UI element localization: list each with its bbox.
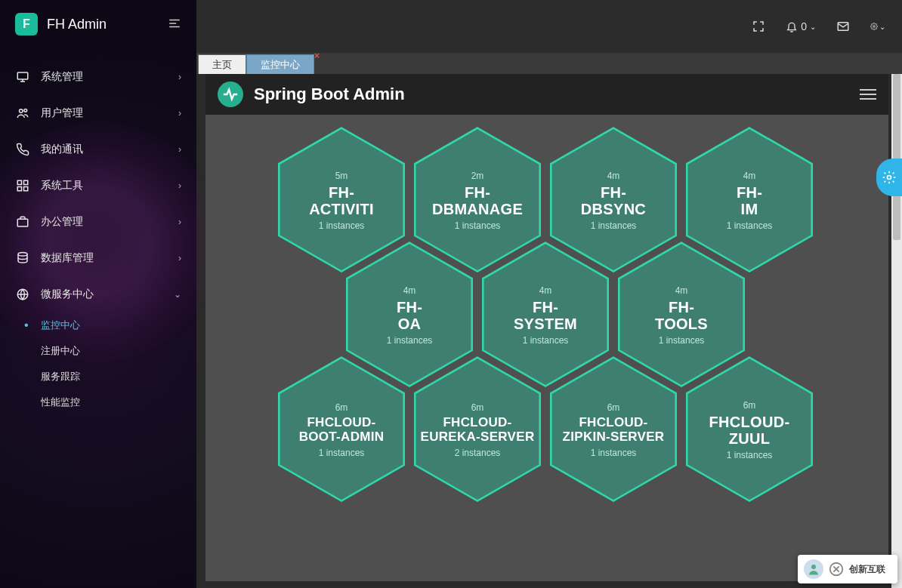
person-icon — [807, 562, 820, 576]
svg-rect-10 — [17, 187, 21, 191]
hex-grid: 5m FH-ACTIVITI 1 instances 2m FH-DBMANAG… — [205, 115, 888, 581]
svg-rect-3 — [17, 72, 28, 79]
tab-close-button[interactable]: × — [314, 51, 320, 61]
hex-uptime: 4m — [607, 171, 620, 181]
hex-uptime: 4m — [675, 285, 688, 296]
chevron-down-icon: ⌄ — [174, 289, 181, 300]
tab-label: 监控中心 — [261, 58, 300, 72]
hex-instances: 1 instances — [319, 448, 365, 458]
gear-icon — [882, 170, 897, 185]
sidebar-item-user-manage[interactable]: 用户管理 › — [0, 95, 196, 131]
sidebar-item-microservice-center[interactable]: 微服务中心 ⌄ — [0, 276, 196, 312]
sidebar-item-communication[interactable]: 我的通讯 › — [0, 131, 196, 168]
sidebar-sub-service-trace[interactable]: 服务跟踪 — [41, 364, 196, 389]
hex-instances: 1 instances — [523, 335, 569, 346]
hex-uptime: 5m — [335, 171, 348, 181]
sidebar-item-database-manage[interactable]: 数据库管理 › — [0, 240, 196, 276]
sidebar-item-label: 数据库管理 — [41, 251, 94, 265]
hex-instances: 1 instances — [659, 335, 705, 346]
bell-icon — [786, 20, 798, 32]
side-settings-tab[interactable] — [876, 159, 902, 196]
sidebar-item-label: 办公管理 — [41, 215, 83, 229]
hex-service-name: FHCLOUD-ZUUL — [709, 414, 790, 447]
hex-uptime: 4m — [403, 285, 416, 296]
hex-instances: 1 instances — [455, 220, 501, 231]
svg-point-30 — [811, 565, 816, 569]
svg-rect-11 — [24, 187, 28, 191]
monitor-icon — [15, 69, 30, 85]
sidebar-sub-label: 服务跟踪 — [41, 370, 80, 383]
tab-monitor-center[interactable]: 监控中心 × — [246, 54, 314, 74]
scrollbar-thumb[interactable] — [893, 74, 900, 240]
vertical-scrollbar[interactable] — [891, 74, 902, 588]
sidebar-item-label: 系统管理 — [41, 70, 83, 84]
globe-icon — [15, 287, 30, 302]
spring-boot-admin-header: Spring Boot Admin — [205, 74, 888, 115]
hex-instances: 1 instances — [387, 335, 433, 346]
hex-uptime: 6m — [471, 402, 484, 413]
svg-point-7 — [24, 109, 27, 112]
hex-uptime: 4m — [539, 285, 552, 296]
sidebar-nav: 系统管理 › 用户管理 › 我的通讯 › 系统工具 › 办公管理 › 数据库管理… — [0, 48, 196, 415]
brand-mark-icon — [828, 561, 845, 577]
sidebar-sub-monitor-center[interactable]: 监控中心 — [41, 312, 196, 338]
chevron-right-icon: › — [178, 144, 181, 155]
sidebar-item-system-manage[interactable]: 系统管理 › — [0, 59, 196, 95]
tab-strip: 主页 监控中心 × — [196, 53, 902, 74]
users-icon — [15, 106, 30, 121]
grid-icon — [15, 178, 30, 193]
hex-label: 6m FHCLOUD-BOOT-ADMIN 1 instances — [275, 355, 408, 506]
hex-instances: 1 instances — [591, 448, 637, 458]
hex-service-name: FH-SYSTEM — [514, 299, 577, 332]
vendor-name: 创新互联 — [849, 563, 885, 576]
svg-rect-12 — [17, 219, 28, 226]
database-icon — [15, 251, 30, 266]
hex-label: 6m FHCLOUD-ZIPKIN-SERVER 1 instances — [547, 355, 680, 506]
briefcase-icon — [15, 214, 30, 229]
svg-rect-8 — [17, 180, 21, 184]
service-hex[interactable]: 6m FHCLOUD-ZIPKIN-SERVER 1 instances — [547, 355, 680, 506]
sidebar-collapse-button[interactable] — [168, 17, 183, 32]
sba-title: Spring Boot Admin — [254, 85, 405, 104]
notification-button[interactable]: 0 ⌄ — [786, 20, 816, 32]
sidebar-sub-register-center[interactable]: 注册中心 — [41, 338, 196, 364]
tab-home[interactable]: 主页 — [198, 54, 246, 74]
sba-menu-button[interactable] — [860, 86, 876, 103]
service-hex[interactable]: 6m FHCLOUD-BOOT-ADMIN 1 instances — [275, 355, 408, 506]
chevron-right-icon: › — [178, 217, 181, 227]
sidebar-sub-label: 性能监控 — [41, 396, 80, 409]
sidebar-item-system-tools[interactable]: 系统工具 › — [0, 168, 196, 204]
vendor-badge[interactable]: 创新互联 — [798, 555, 897, 583]
mail-button[interactable] — [836, 19, 851, 34]
sidebar-item-label: 微服务中心 — [41, 288, 94, 301]
hex-service-name: FH-TOOLS — [655, 299, 708, 332]
hex-service-name: FH-OA — [397, 299, 422, 332]
hex-service-name: FHCLOUD-EUREKA-SERVER — [421, 416, 535, 444]
sidebar-subnav: 监控中心 注册中心 服务跟踪 性能监控 — [0, 312, 196, 415]
hex-label: 6m FHCLOUD-ZUUL 1 instances — [683, 355, 816, 506]
sidebar-sub-label: 监控中心 — [41, 319, 80, 332]
service-hex[interactable]: 6m FHCLOUD-EUREKA-SERVER 2 instances — [411, 355, 544, 506]
hex-instances: 1 instances — [727, 450, 773, 460]
chevron-right-icon: › — [178, 253, 181, 263]
svg-point-6 — [20, 109, 23, 113]
chevron-right-icon: › — [178, 108, 181, 119]
hex-instances: 2 instances — [455, 448, 501, 458]
service-hex[interactable]: 6m FHCLOUD-ZUUL 1 instances — [683, 355, 816, 506]
hex-service-name: FH-DBMANAGE — [432, 184, 523, 217]
hex-label: 6m FHCLOUD-EUREKA-SERVER 2 instances — [411, 355, 544, 506]
fullscreen-button[interactable] — [751, 19, 766, 34]
sidebar-sub-performance-monitor[interactable]: 性能监控 — [41, 389, 196, 415]
hex-instances: 1 instances — [591, 220, 637, 231]
main-content: Spring Boot Admin 5m FH-ACTIVITI 1 insta… — [205, 74, 888, 581]
sidebar-item-office-manage[interactable]: 办公管理 › — [0, 204, 196, 240]
hex-uptime: 4m — [743, 171, 756, 181]
logo-badge[interactable]: F — [15, 13, 38, 35]
chevron-right-icon: › — [178, 72, 181, 82]
settings-button[interactable]: ⌄ — [870, 19, 885, 34]
svg-rect-9 — [24, 180, 28, 184]
hex-uptime: 6m — [335, 402, 348, 413]
chevron-down-icon: ⌄ — [810, 23, 816, 31]
chevron-right-icon: › — [178, 180, 181, 191]
chevron-down-icon: ⌄ — [879, 23, 885, 31]
